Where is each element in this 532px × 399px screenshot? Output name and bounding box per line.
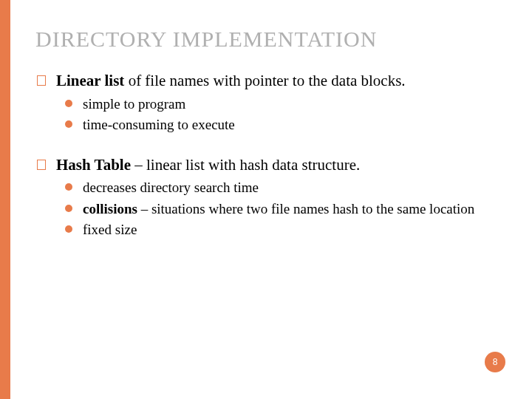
item-text: simple to program (83, 96, 185, 112)
item-text: decreases directory search time (83, 180, 259, 195)
lead-term: Linear list (56, 72, 124, 89)
spacer (35, 139, 491, 155)
page-number: 8 (493, 357, 498, 367)
list-item: Hash Table – linear list with hash data … (56, 155, 491, 239)
list-item: Linear list of file names with pointer t… (56, 71, 491, 134)
page-number-badge: 8 (485, 352, 505, 372)
item-text: time-consuming to execute (83, 117, 235, 132)
bullet-list-level1: Hash Table – linear list with hash data … (35, 155, 491, 239)
item-text: fixed size (83, 222, 137, 237)
slide-content: DIRECTORY IMPLEMENTATION Linear list of … (0, 0, 532, 270)
lead-term: collisions (83, 201, 137, 216)
slide-title: DIRECTORY IMPLEMENTATION (35, 27, 491, 52)
bullet-list-level2: decreases directory search time collisio… (56, 179, 491, 239)
bullet-list-level2: simple to program time-consuming to exec… (56, 95, 491, 134)
item-text: – linear list with hash data structure. (131, 156, 360, 174)
item-text: of file names with pointer to the data b… (124, 72, 405, 89)
accent-bar (0, 0, 10, 399)
list-item: fixed size (83, 221, 491, 239)
bullet-list-level1: Linear list of file names with pointer t… (35, 71, 491, 134)
list-item: time-consuming to execute (83, 116, 491, 134)
item-text: – situations where two file names hash t… (137, 201, 474, 216)
list-item: collisions – situations where two file n… (83, 200, 491, 218)
list-item: decreases directory search time (83, 179, 491, 197)
body-content: Linear list of file names with pointer t… (35, 71, 491, 239)
list-item: simple to program (83, 95, 491, 113)
lead-term: Hash Table (56, 156, 131, 174)
